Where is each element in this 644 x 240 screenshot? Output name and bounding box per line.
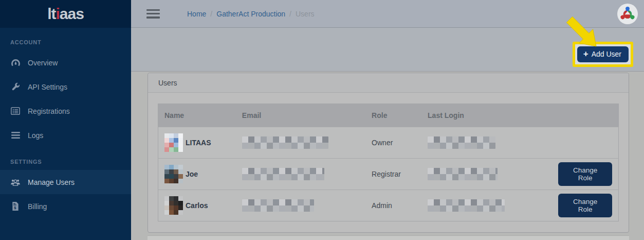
- add-user-highlight-box: + Add User: [573, 42, 633, 67]
- brand-logo: ltiaas: [47, 5, 84, 23]
- add-user-button[interactable]: + Add User: [577, 46, 629, 62]
- sidebar-item-label: API Settings: [28, 83, 67, 91]
- sidebar-item-label: Billing: [28, 202, 47, 211]
- users-card: Users Name Email Role Last Login: [148, 73, 629, 233]
- hamburger-menu-icon[interactable]: [146, 9, 160, 19]
- user-name: LITAAS: [186, 139, 211, 147]
- logo-part1: lt: [47, 5, 56, 22]
- card-title: Users: [148, 73, 629, 93]
- logo-accent: i: [56, 5, 59, 22]
- sidebar-item-registrations[interactable]: Registrations: [0, 99, 131, 123]
- sidebar: ltiaas ACCOUNT Overview API Settings Reg…: [0, 0, 131, 240]
- avatar: [164, 196, 183, 215]
- plus-icon: +: [583, 50, 588, 58]
- breadcrumb-current-page: Users: [296, 10, 315, 18]
- redacted-last-login: [428, 136, 495, 149]
- sidebar-item-label: Registrations: [28, 107, 70, 115]
- redacted-email: [242, 136, 328, 149]
- account-avatar[interactable]: [617, 4, 638, 24]
- column-header-last-login: Last Login: [421, 104, 552, 127]
- sidebar-item-api-settings[interactable]: API Settings: [0, 75, 131, 99]
- redacted-last-login: [428, 168, 498, 180]
- sidebar-item-label: Manage Users: [28, 178, 75, 186]
- users-table: Name Email Role Last Login LITAAS: [158, 104, 619, 221]
- column-header-actions: [552, 104, 618, 127]
- column-header-name: Name: [158, 104, 236, 127]
- gauge-icon: [10, 58, 21, 67]
- breadcrumb: Home / GatherAct Production / Users: [187, 10, 315, 18]
- table-row: Joe Registrar Change Role: [158, 159, 619, 190]
- redacted-email: [242, 199, 314, 212]
- users-icon: [10, 178, 21, 187]
- sidebar-item-billing[interactable]: $ Billing: [0, 194, 131, 218]
- breadcrumb-home-link[interactable]: Home: [187, 10, 206, 18]
- wrench-icon: [10, 82, 21, 92]
- change-role-button[interactable]: Change Role: [558, 194, 612, 217]
- change-role-button[interactable]: Change Role: [558, 162, 612, 186]
- user-role: Admin: [372, 201, 392, 210]
- sidebar-item-logs[interactable]: Logs: [0, 123, 131, 147]
- breadcrumb-gatheract-link[interactable]: GatherAct Production: [216, 10, 285, 18]
- avatar: [164, 165, 183, 183]
- breadcrumb-separator: /: [210, 10, 212, 18]
- page-header: + Add User: [131, 28, 644, 72]
- column-header-email: Email: [236, 104, 365, 127]
- sidebar-item-label: Overview: [28, 59, 58, 67]
- column-header-role: Role: [365, 104, 421, 127]
- table-row: LITAAS Owner: [158, 127, 619, 159]
- user-role: Owner: [372, 139, 393, 147]
- app-window: ltiaas ACCOUNT Overview API Settings Reg…: [0, 0, 644, 240]
- gatheract-logo-icon: [619, 5, 636, 23]
- sidebar-section-settings: SETTINGS: [0, 147, 131, 170]
- topbar: Home / GatherAct Production / Users: [131, 0, 644, 28]
- content-area: Users Name Email Role Last Login: [131, 72, 644, 240]
- user-name: Joe: [186, 170, 198, 178]
- redacted-last-login: [428, 199, 505, 212]
- add-user-label: Add User: [592, 50, 621, 58]
- avatar: [164, 133, 183, 152]
- footer-strip: [148, 235, 629, 240]
- list-icon: [10, 107, 21, 116]
- user-role: Registrar: [372, 170, 401, 178]
- main-area: Home / GatherAct Production / Users: [131, 0, 644, 240]
- table-row: Carlos Admin Change Role: [158, 190, 619, 221]
- sidebar-item-manage-users[interactable]: Manage Users: [0, 170, 131, 194]
- table-header-row: Name Email Role Last Login: [158, 104, 619, 127]
- redacted-email: [242, 168, 324, 180]
- logo-part2: aas: [60, 5, 84, 22]
- user-name: Carlos: [186, 201, 208, 210]
- sidebar-item-overview[interactable]: Overview: [0, 50, 131, 75]
- breadcrumb-separator: /: [289, 10, 291, 18]
- lines-icon: [10, 131, 21, 140]
- sidebar-section-account: ACCOUNT: [0, 28, 131, 50]
- invoice-icon: $: [10, 202, 21, 211]
- sidebar-item-label: Logs: [28, 131, 43, 140]
- brand-logo-area[interactable]: ltiaas: [0, 0, 131, 28]
